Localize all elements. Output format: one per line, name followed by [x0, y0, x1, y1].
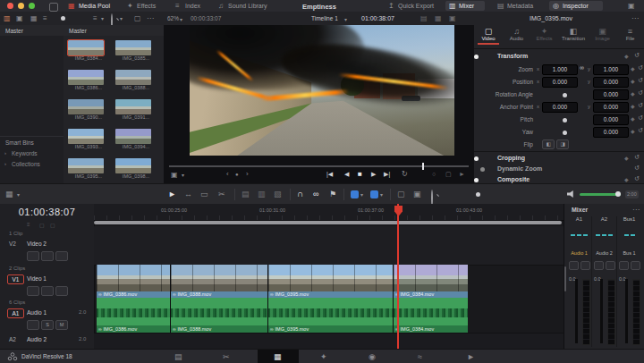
flag-dropdown-icon[interactable]: ▾ [360, 191, 363, 198]
inspector-tab-file[interactable]: ≡ File [616, 27, 644, 41]
track-v1-lock-button[interactable] [27, 286, 39, 296]
import-media-icon[interactable]: ▥ [4, 14, 11, 22]
pitch-reset-icon[interactable]: ↺ [638, 114, 643, 122]
page-cut-button[interactable]: ✂ [223, 352, 230, 361]
sound-library-button[interactable]: Sound Library [228, 3, 267, 9]
page-color-button[interactable]: ◉ [369, 352, 376, 361]
audio-clip[interactable]: ∞IMG_0386.mov [97, 298, 171, 333]
jog-right-icon[interactable]: › [246, 170, 249, 178]
audio-clip[interactable]: ∞IMG_0384.mov [394, 298, 468, 333]
composite-title[interactable]: Composite [497, 176, 530, 182]
track-v2-autoselect-button[interactable] [41, 251, 54, 261]
index-button[interactable]: Index [185, 3, 200, 9]
channel-name[interactable]: Bus 1 [617, 250, 641, 256]
timeline-scrollbar[interactable] [94, 221, 562, 224]
video-frame[interactable] [190, 25, 454, 156]
dynamic-zoom-title[interactable]: Dynamic Zoom [497, 165, 542, 172]
timeline-playhead[interactable] [397, 204, 399, 349]
audio-monitor-icon[interactable] [567, 190, 575, 198]
track-a1-id[interactable]: A1 [7, 308, 24, 318]
replace-clip-button[interactable]: ▧ [274, 190, 282, 198]
jump-end-button[interactable]: ▶| [384, 171, 390, 178]
zoom-link-icon[interactable]: ∞ [580, 64, 584, 71]
rotation-keyframe-icon[interactable]: ◆ [631, 90, 635, 97]
smart-bin-collections[interactable]: Collections [12, 161, 40, 167]
flip-horizontal-button[interactable]: ◧ [542, 139, 555, 149]
monitor-volume-handle[interactable] [615, 191, 621, 197]
inspector-tab-image[interactable]: ▣ Image [589, 27, 616, 41]
effects-button[interactable]: Effects [137, 3, 156, 9]
smart-bins-header[interactable]: Smart Bins [5, 139, 34, 146]
track-v2-lock-button[interactable] [27, 251, 39, 261]
track-a2-id[interactable]: A2 [9, 336, 16, 342]
viewer-zoom-level[interactable]: 62% [167, 15, 179, 21]
jog-left-icon[interactable]: ‹ [226, 170, 229, 178]
custom-zoom-icon[interactable]: ▢ [397, 190, 405, 198]
track-v2-id[interactable]: V2 [9, 241, 16, 247]
zoom-y-field[interactable]: 1.000 [593, 64, 629, 75]
razor-tool-button[interactable]: ✂ [218, 190, 225, 198]
inspector-tab-effects[interactable]: ✦ Effects [530, 27, 558, 41]
timeline-options-dropdown-icon[interactable]: ▾ [17, 191, 20, 198]
thumbnail-view-icon[interactable]: ▦ [30, 14, 38, 22]
transform-reset-icon[interactable]: ↺ [634, 52, 640, 59]
collections-collapse-icon[interactable]: › [4, 161, 6, 166]
yaw-keyframe-icon[interactable]: ◆ [631, 128, 635, 134]
media-clip[interactable]: IMG_0390... [68, 99, 109, 120]
viewer-mode-icon[interactable]: ▤ [420, 14, 428, 22]
track-v1-enable-button[interactable] [55, 286, 68, 296]
media-clip[interactable]: IMG_0385... [115, 40, 157, 61]
metadata-button[interactable]: Metadata [507, 3, 533, 9]
marker-dropdown-icon[interactable]: ▾ [380, 191, 383, 198]
link-clips-button[interactable]: ∞ [313, 190, 318, 198]
dyn-slot[interactable] [583, 234, 588, 236]
mixer-button[interactable]: Mixer [459, 3, 474, 9]
zoom-keyframe-icon[interactable]: ◆ [631, 65, 635, 72]
card-view-icon[interactable]: ▢ [134, 14, 141, 22]
zoom-reset-icon[interactable]: ↺ [638, 64, 643, 72]
track-v1-name[interactable]: Video 1 [27, 275, 47, 282]
track-a1-mute-button[interactable]: M [55, 320, 68, 330]
mixer-more-icon[interactable]: ⋯ [632, 206, 640, 214]
video-clip[interactable]: ∞IMG_0386.mov [97, 265, 171, 298]
media-clip[interactable]: IMG_0384... [68, 40, 109, 61]
step-forward-button[interactable]: ▶ [371, 171, 376, 178]
timeline-selector-dropdown-icon[interactable]: ▾ [344, 16, 347, 22]
track-v2-enable-button[interactable] [55, 251, 68, 261]
jog-dot-icon[interactable]: ● [235, 172, 239, 177]
track-v1-id[interactable]: V1 [7, 274, 24, 284]
expand-viewer-icon[interactable]: ▣ [449, 14, 456, 22]
loop-button[interactable]: ↻ [402, 170, 408, 178]
eq-slot[interactable] [602, 234, 606, 236]
close-window-button[interactable] [7, 3, 13, 9]
video-clip[interactable]: ∞IMG_0395.mov [268, 265, 394, 298]
timeline-timecode[interactable]: 01:00:38:07 [0, 207, 94, 217]
track-a1-name[interactable]: Audio 1 [27, 309, 47, 316]
dynamic-zoom-reset-icon[interactable]: ↺ [634, 165, 640, 172]
media-clip[interactable]: IMG_0394... [115, 129, 157, 149]
mixer-scroll-nub[interactable] [564, 266, 566, 291]
dyn-slot[interactable] [608, 234, 613, 236]
pitch-field[interactable]: 0.000 [593, 114, 629, 125]
track-v2-name[interactable]: Video 2 [27, 241, 47, 247]
timeline-view-options-icon[interactable]: ▦ [5, 190, 13, 198]
fx-slot[interactable] [624, 234, 629, 236]
overwrite-clip-button[interactable]: ▥ [258, 190, 266, 198]
list-view-icon[interactable]: ≡ [43, 14, 47, 22]
yaw-field[interactable]: 0.000 [593, 127, 629, 138]
yaw-reset-icon[interactable]: ↺ [638, 127, 643, 134]
zoom-x-field[interactable]: 1.000 [542, 64, 578, 75]
media-pool-button[interactable]: Media Pool [79, 3, 110, 9]
page-deliver-button[interactable]: ► [467, 352, 475, 361]
keywords-collapse-icon[interactable]: › [4, 150, 6, 156]
timeline-flags-icon[interactable]: ≡ [27, 222, 30, 227]
media-clip[interactable]: IMG_0386... [68, 70, 109, 90]
channel-name[interactable]: Audio 1 [567, 250, 591, 256]
anchor-keyframe-icon[interactable]: ◆ [631, 103, 635, 109]
transform-title[interactable]: Transform [497, 53, 528, 59]
fx-slot[interactable] [571, 234, 575, 236]
audio-clip[interactable]: ∞IMG_0388.mov [171, 298, 268, 333]
media-pool-more-icon[interactable]: ⋯ [147, 14, 154, 22]
timeline-ruler[interactable]: 01:00:25:00 01:00:31:00 01:00:37:00 01:0… [94, 204, 564, 221]
bin-master[interactable]: Master [5, 28, 23, 34]
